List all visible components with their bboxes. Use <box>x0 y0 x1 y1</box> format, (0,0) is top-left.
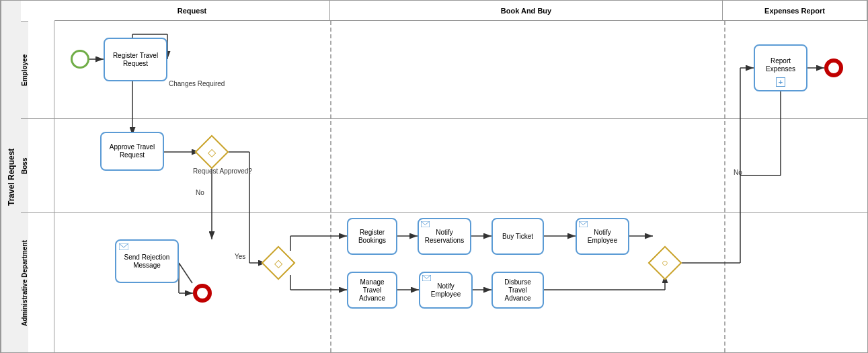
task-report-expenses[interactable]: + Report Expenses <box>754 44 807 91</box>
task-register-travel-request[interactable]: Register Travel Request <box>104 38 167 81</box>
gateway-join[interactable]: ○ <box>648 246 682 280</box>
task-notify-employee-bot[interactable]: Notify Employee <box>419 272 473 309</box>
svg-line-12 <box>179 263 192 283</box>
col-bookbuy: Book And Buy <box>330 1 723 20</box>
label-no-expenses: No <box>734 169 742 176</box>
lane-divider-employee-boss <box>21 118 867 119</box>
start-event <box>71 50 89 69</box>
task-notify-employee-top[interactable]: Notify Employee <box>576 218 629 255</box>
task-disburse-travel-advance[interactable]: Disburse Travel Advance <box>491 272 544 309</box>
column-headers: Request Book And Buy Expenses Report <box>54 1 867 21</box>
label-changes-required: Changes Required <box>169 80 225 87</box>
label-no-boss: No <box>196 189 204 196</box>
swimlane-admin: Administrative Department <box>21 212 28 353</box>
gateway-request-approved[interactable]: ◇ <box>195 135 229 169</box>
end-event-main <box>824 58 843 77</box>
task-register-bookings[interactable]: Register Bookings <box>347 218 397 255</box>
task-send-rejection-message[interactable]: Send Rejection Message <box>115 239 179 283</box>
end-event-rejection <box>193 284 212 303</box>
lane-divider-boss-admin <box>21 212 867 213</box>
task-notify-reservations[interactable]: Notify Reservations <box>418 218 471 255</box>
diagram-title: Travel Request <box>1 1 21 353</box>
divider-request-bookbuy <box>330 21 331 352</box>
divider-bookbuy-expenses <box>724 21 725 352</box>
swimlane-employee: Employee <box>21 21 28 118</box>
task-approve-travel-request[interactable]: Approve Travel Request <box>100 132 164 171</box>
swimlane-labels: Employee Boss Administrative Department <box>21 21 54 353</box>
label-yes: Yes <box>235 253 245 260</box>
gateway-split[interactable]: ◇ <box>262 246 296 280</box>
swimlane-boss: Boss <box>21 118 28 212</box>
diagram-container: Travel Request Employee Boss Administrat… <box>0 0 868 353</box>
task-manage-travel-advance[interactable]: Manage Travel Advance <box>347 272 397 309</box>
col-request: Request <box>54 1 330 20</box>
task-buy-ticket[interactable]: Buy Ticket <box>491 218 544 255</box>
label-request-approved: Request Approved? <box>193 167 252 175</box>
col-expenses: Expenses Report <box>723 1 867 20</box>
